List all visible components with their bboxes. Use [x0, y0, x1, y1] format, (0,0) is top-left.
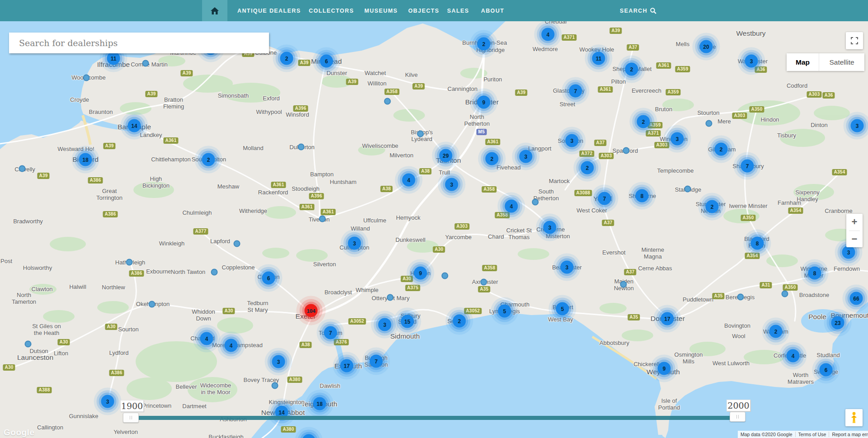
- cluster-marker[interactable]: 2: [715, 143, 728, 156]
- location-dot[interactable]: [149, 301, 156, 308]
- cluster-marker[interactable]: 2: [625, 63, 638, 76]
- cluster-marker[interactable]: 4: [200, 332, 213, 345]
- nav-item-sales[interactable]: SALES: [447, 0, 469, 21]
- cluster-marker[interactable]: 3: [745, 55, 758, 68]
- cluster-marker[interactable]: 18: [79, 153, 92, 166]
- location-dot[interactable]: [684, 186, 691, 193]
- street-view-pegman-button[interactable]: [845, 409, 863, 426]
- nav-item-collectors[interactable]: COLLECTORS: [309, 0, 354, 21]
- cluster-marker[interactable]: 4: [402, 174, 415, 187]
- cluster-marker[interactable]: 5: [498, 305, 511, 318]
- cluster-marker[interactable]: 6: [262, 272, 275, 285]
- location-dot[interactable]: [481, 279, 487, 286]
- terms-of-use-link[interactable]: Terms of Use: [795, 432, 829, 437]
- cluster-marker[interactable]: 3: [561, 261, 574, 274]
- nav-item-museums[interactable]: MUSEUMS: [364, 0, 398, 21]
- cluster-marker[interactable]: 4: [505, 200, 518, 213]
- cluster-marker[interactable]: 3: [348, 237, 361, 250]
- cluster-marker[interactable]: 4: [542, 28, 555, 41]
- location-dot[interactable]: [272, 382, 278, 389]
- cluster-marker[interactable]: 2: [477, 38, 491, 51]
- location-dot[interactable]: [211, 269, 218, 276]
- location-dot[interactable]: [19, 165, 26, 172]
- location-dot[interactable]: [623, 147, 630, 154]
- location-dot[interactable]: [319, 216, 326, 222]
- location-dot[interactable]: [142, 60, 149, 67]
- timeline-start-handle[interactable]: [123, 413, 139, 423]
- cluster-marker[interactable]: 18: [313, 397, 326, 410]
- home-button[interactable]: [202, 0, 227, 21]
- cluster-marker[interactable]: 3: [842, 246, 855, 259]
- cluster-marker[interactable]: 8: [751, 237, 764, 250]
- cluster-marker[interactable]: 23: [831, 316, 844, 330]
- cluster-marker[interactable]: 3: [671, 132, 684, 146]
- cluster-marker[interactable]: 2: [453, 315, 466, 328]
- google-logo[interactable]: Google: [4, 428, 34, 438]
- location-dot[interactable]: [25, 341, 32, 348]
- cluster-marker[interactable]: 7: [324, 326, 337, 339]
- map-type-map-button[interactable]: Map: [787, 53, 819, 71]
- cluster-marker-red[interactable]: 104: [305, 304, 318, 317]
- timeline-range-bar[interactable]: [131, 416, 731, 420]
- cluster-marker[interactable]: 2: [280, 52, 293, 65]
- zoom-out-button[interactable]: −: [846, 231, 863, 248]
- report-map-error-link[interactable]: Report a map error: [829, 432, 868, 437]
- cluster-marker[interactable]: 17: [340, 359, 354, 372]
- cluster-marker[interactable]: 7: [741, 160, 754, 173]
- location-dot[interactable]: [782, 291, 788, 297]
- cluster-marker[interactable]: 7: [598, 192, 611, 205]
- cluster-marker[interactable]: 6: [820, 363, 833, 377]
- cluster-marker[interactable]: 11: [592, 52, 605, 65]
- cluster-marker[interactable]: 3: [851, 119, 864, 132]
- cluster-marker[interactable]: 7: [569, 85, 582, 98]
- cluster-marker[interactable]: 3: [543, 221, 557, 234]
- cluster-marker[interactable]: 9: [414, 267, 427, 280]
- cluster-marker[interactable]: 6: [320, 55, 333, 68]
- timeline-end-handle[interactable]: [730, 412, 745, 422]
- cluster-marker[interactable]: 4: [787, 349, 800, 363]
- cluster-marker[interactable]: 9: [477, 96, 491, 109]
- location-dot[interactable]: [298, 144, 305, 151]
- map-type-satellite-button[interactable]: Satellite: [819, 53, 864, 71]
- cluster-marker[interactable]: 14: [128, 119, 141, 132]
- cluster-marker[interactable]: 17: [661, 312, 674, 325]
- cluster-marker[interactable]: 8: [808, 267, 821, 280]
- location-dot[interactable]: [620, 281, 627, 288]
- location-dot[interactable]: [384, 98, 391, 105]
- cluster-marker[interactable]: 4: [225, 339, 238, 352]
- cluster-marker[interactable]: 2: [706, 200, 719, 213]
- cluster-marker[interactable]: 3: [445, 178, 458, 191]
- cluster-marker[interactable]: 2: [769, 325, 783, 338]
- fullscreen-button[interactable]: [846, 32, 863, 49]
- location-dot[interactable]: [417, 131, 424, 137]
- cluster-marker[interactable]: 7: [370, 355, 383, 368]
- location-dot[interactable]: [442, 273, 448, 279]
- cluster-marker[interactable]: 29: [439, 149, 453, 162]
- dealership-search-input[interactable]: [9, 33, 269, 53]
- cluster-marker[interactable]: 9: [658, 362, 671, 375]
- zoom-in-button[interactable]: +: [846, 214, 863, 231]
- location-dot[interactable]: [532, 199, 539, 206]
- cluster-marker[interactable]: 66: [850, 292, 863, 305]
- cluster-marker[interactable]: 3: [101, 395, 114, 408]
- location-dot[interactable]: [126, 259, 133, 266]
- cluster-marker[interactable]: 3: [272, 355, 285, 368]
- cluster-marker[interactable]: 3: [566, 134, 579, 147]
- cluster-marker[interactable]: 20: [700, 40, 713, 53]
- nav-item-antique-dealers[interactable]: ANTIQUE DEALERS: [237, 0, 301, 21]
- location-dot[interactable]: [234, 240, 241, 247]
- nav-item-about[interactable]: ABOUT: [481, 0, 504, 21]
- cluster-marker[interactable]: 8: [636, 189, 649, 203]
- cluster-marker[interactable]: 15: [401, 315, 414, 328]
- location-dot[interactable]: [387, 294, 394, 301]
- cluster-marker[interactable]: 2: [486, 152, 499, 165]
- map-canvas[interactable]: MartinhoeCulboneCombe MartinIlfracombeWo…: [0, 21, 868, 438]
- location-dot[interactable]: [706, 120, 712, 127]
- cluster-marker[interactable]: 3: [378, 318, 392, 331]
- cluster-marker[interactable]: 2: [637, 115, 650, 128]
- nav-item-objects[interactable]: OBJECTS: [408, 0, 439, 21]
- cluster-marker[interactable]: 2: [202, 153, 215, 166]
- location-dot[interactable]: [83, 75, 90, 81]
- cluster-marker[interactable]: 11: [107, 52, 120, 65]
- cluster-marker[interactable]: 3: [519, 150, 533, 163]
